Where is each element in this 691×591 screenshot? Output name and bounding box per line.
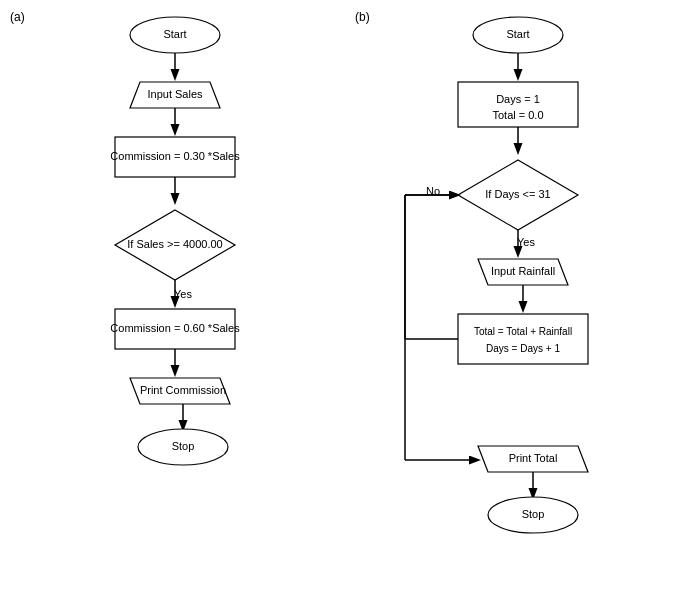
text-start-a: Start xyxy=(163,28,186,40)
text-update-2: Days = Days + 1 xyxy=(486,343,560,354)
text-print-total: Print Total xyxy=(509,452,558,464)
text-if-sales: If Sales >= 4000.00 xyxy=(127,238,222,250)
text-stop-b: Stop xyxy=(522,508,545,520)
diagram-b: (b) Start Days = 1 Total = 0.0 xyxy=(345,0,691,591)
text-init-1: Days = 1 xyxy=(496,93,540,105)
text-init-2: Total = 0.0 xyxy=(492,109,543,121)
shape-update xyxy=(458,314,588,364)
text-if-days: If Days <= 31 xyxy=(485,188,550,200)
text-input-rainfall: Input Rainfall xyxy=(491,265,555,277)
text-yes-a: Yes xyxy=(174,288,192,300)
text-commission2: Commission = 0.60 *Sales xyxy=(110,322,240,334)
diagram-a: (a) Start Input Sales Commission = 0.30 … xyxy=(0,0,345,591)
text-print-commission: Print Commission xyxy=(140,384,226,396)
text-stop-a: Stop xyxy=(172,440,195,452)
text-commission1: Commission = 0.30 *Sales xyxy=(110,150,240,162)
svg-b: Start Days = 1 Total = 0.0 If Days <= 31… xyxy=(345,0,691,591)
svg-a: Start Input Sales Commission = 0.30 *Sal… xyxy=(0,0,345,591)
text-update-1: Total = Total + Rainfall xyxy=(474,326,572,337)
text-yes-b: Yes xyxy=(517,236,535,248)
main-container: (a) Start Input Sales Commission = 0.30 … xyxy=(0,0,691,591)
text-start-b: Start xyxy=(506,28,529,40)
text-input-sales: Input Sales xyxy=(147,88,203,100)
